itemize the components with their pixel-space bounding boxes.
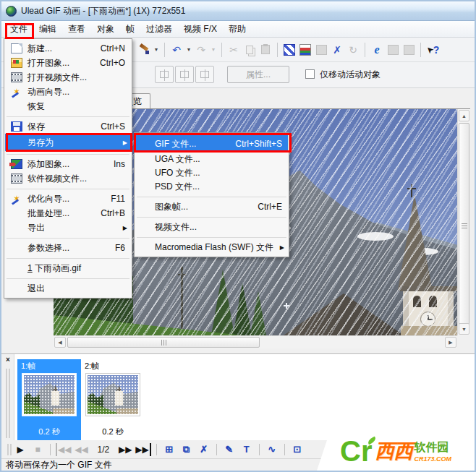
text-frame-icon[interactable]: T [239, 443, 254, 456]
annotation-box-gif-file [134, 133, 292, 153]
app-window: Ulead GIF 动画 - [下雨动画*] (1X) 772x551 文件 编… [0, 0, 476, 472]
paste-icon [258, 43, 273, 57]
save-icon [11, 121, 22, 132]
menu-item-add-image[interactable]: 添加图象... Ins [5, 157, 131, 171]
annotation-box-file-menu [5, 23, 34, 39]
menu-item-animation-wizard[interactable]: ✶ 动画向导... [5, 85, 131, 99]
scroll-up-icon[interactable]: ▲ [459, 110, 469, 121]
menu-view[interactable]: 查看 [62, 21, 91, 38]
menu-item-exit[interactable]: 退出 [5, 281, 131, 296]
frame-1-delay: 0.2 秒 [17, 426, 81, 437]
menu-item-optimize-wizard[interactable]: ✶ 优化向导... F11 [5, 192, 131, 206]
file-menu-popup: 新建... Ctrl+N 打开图象... Ctrl+O 打开视频文件... ✶ … [4, 38, 132, 299]
play-icon[interactable]: ▶ [13, 443, 27, 456]
last-frame-icon[interactable]: ▶▶ [135, 443, 150, 456]
add-frame-icon[interactable]: ⊞ [162, 443, 177, 456]
preview-browser-icon[interactable]: e [370, 43, 384, 57]
new-file-icon [11, 43, 22, 53]
toolbar-drag-handle[interactable] [7, 444, 12, 455]
watermark-cr-logo: Cr [340, 437, 372, 465]
submenu-item-psd-file[interactable]: PSD 文件... [135, 180, 288, 194]
open-image-icon [11, 58, 22, 68]
scroll-left-icon[interactable]: ◀ [54, 337, 66, 348]
rotate-icon: ↻ [346, 43, 360, 57]
menu-item-save[interactable]: 保存 Ctrl+S [5, 119, 131, 134]
align-center-icon [155, 66, 174, 83]
frame-counter: 1/2 [97, 445, 109, 455]
menu-video-fx[interactable]: 视频 F/X [178, 21, 223, 38]
menu-item-batch-process[interactable]: 批量处理... Ctrl+B [5, 206, 131, 220]
menu-item-open-video[interactable]: 打开视频文件... [5, 70, 131, 85]
menu-item-software-video[interactable]: 软件视频文件... [5, 171, 131, 186]
submenu-item-swf-file[interactable]: Macromedia Flash (SWF) 文件 ▶ [135, 240, 288, 254]
vertical-scroll-thumb[interactable] [459, 123, 469, 327]
close-panel-icon[interactable]: × [4, 356, 12, 365]
paint-frame-icon[interactable]: ✎ [222, 443, 237, 456]
add-image-icon [11, 159, 22, 169]
prev-frame-icon: ◀◀ [74, 443, 88, 456]
frame-2[interactable]: 2:帧 0.2 秒 [81, 359, 145, 440]
undo-dropdown-icon[interactable]: ▼ [185, 43, 192, 57]
menu-frame[interactable]: 帧 [120, 21, 140, 38]
submenu-item-ufo-file[interactable]: UFO 文件... [135, 166, 288, 180]
app-icon [6, 6, 17, 17]
submenu-arrow-icon: ▶ [280, 244, 284, 251]
delete-frame-icon[interactable]: ✗ [197, 443, 211, 456]
crop-icon[interactable]: ✗ [330, 43, 344, 57]
frame-2-label: 2:帧 [85, 361, 99, 372]
menu-item-export[interactable]: 导出 ▶ [5, 220, 131, 235]
cut-icon: ✂ [226, 43, 241, 57]
software-video-icon [11, 173, 22, 184]
title-bar: Ulead GIF 动画 - [下雨动画*] (1X) 772x551 [1, 1, 475, 21]
menu-object[interactable]: 对象 [91, 21, 120, 38]
brush-tool-icon[interactable] [137, 43, 151, 57]
watermark-domain: CR173.COM [414, 455, 451, 463]
frames-panel: × 1:帧 0.2 秒 2:帧 0.2 秒 [1, 353, 475, 440]
menu-item-open-image[interactable]: 打开图象... Ctrl+O [5, 56, 131, 70]
status-text: 将动画保存为一个 GIF 文件 [6, 459, 112, 471]
stop-icon: ■ [30, 443, 45, 456]
duplicate-frame-icon[interactable]: ⧉ [179, 443, 194, 456]
stamp-icon [314, 43, 328, 57]
frame-window-icon[interactable]: ⊡ [290, 443, 305, 456]
scroll-right-icon[interactable]: ▶ [445, 337, 456, 348]
optimize-wizard-icon: ✶ [11, 194, 22, 204]
submenu-arrow-icon: ▶ [123, 225, 127, 231]
publish-gray-icon [401, 43, 416, 57]
gif-optimize-icon[interactable] [298, 43, 313, 57]
animation-wizard-icon: ✶ [11, 87, 22, 97]
submenu-item-video-file[interactable]: 视频文件... [135, 220, 288, 234]
annotation-box-save-as [6, 133, 132, 152]
submenu-item-uga-file[interactable]: UGA 文件... [135, 153, 288, 166]
menu-filter[interactable]: 过滤器 [140, 21, 178, 38]
menu-item-new[interactable]: 新建... Ctrl+N [5, 41, 131, 56]
vertical-scrollbar[interactable]: ▲ ▼ [457, 109, 470, 335]
undo-icon[interactable]: ↶ [169, 43, 184, 57]
add-banner-icon[interactable] [282, 43, 297, 57]
menu-edit[interactable]: 编辑 [33, 21, 62, 38]
next-frame-icon[interactable]: ▶▶ [118, 443, 132, 456]
brush-dropdown-icon[interactable]: ▼ [153, 43, 160, 57]
horizontal-scroll-thumb[interactable] [67, 337, 260, 348]
watermark-suffix: 软件园 [414, 440, 449, 455]
move-active-only-label: 仅移动活动对象 [320, 69, 381, 81]
properties-button: 属性... [227, 66, 289, 83]
frame-1-label: 1:帧 [21, 361, 35, 372]
frame-2-delay: 0.2 秒 [81, 426, 145, 437]
tween-icon[interactable]: ∿ [265, 443, 279, 456]
open-video-icon [11, 72, 22, 82]
panel-drag-handle[interactable] [6, 369, 10, 438]
menu-item-revert[interactable]: 恢复 [5, 99, 131, 113]
frame-1[interactable]: 1:帧 0.2 秒 [17, 359, 81, 440]
move-active-only-checkbox[interactable] [305, 69, 315, 79]
align-middle-icon [175, 66, 194, 83]
submenu-item-image-frames[interactable]: 图象帧... Ctrl+E [135, 199, 288, 214]
window-title: Ulead GIF 动画 - [下雨动画*] (1X) 772x551 [21, 5, 185, 17]
menu-item-recent-file[interactable]: 1 下雨动画.gif [5, 261, 131, 275]
menu-item-preferences[interactable]: 参数选择... F6 [5, 241, 131, 255]
scroll-down-icon[interactable]: ▼ [459, 323, 469, 335]
menu-help[interactable]: 帮助 [223, 21, 252, 38]
context-help-icon[interactable]: ➤? [425, 43, 440, 57]
horizontal-scrollbar[interactable]: ◀ ▶ [54, 335, 457, 348]
redo-dropdown-icon: ▼ [210, 43, 217, 57]
